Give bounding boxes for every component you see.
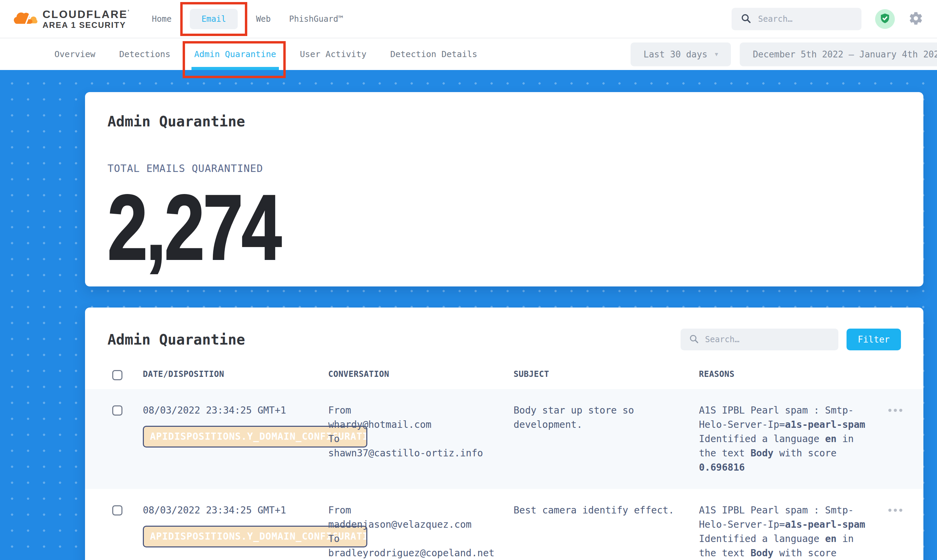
global-search-input[interactable] [758, 14, 853, 24]
filter-button[interactable]: Filter [846, 329, 901, 350]
tab-wrap: Overview [54, 38, 95, 70]
tab-overview[interactable]: Overview [54, 49, 95, 59]
row-checkbox[interactable] [112, 505, 122, 515]
summary-card-title: Admin Quarantine [108, 92, 923, 130]
shield-check-icon [879, 12, 891, 26]
menu-dot-icon [899, 409, 902, 412]
nav-item-wrap: Home [152, 14, 172, 24]
row-subject: Body star up store so development. [514, 403, 699, 475]
select-all-cell [112, 368, 143, 380]
menu-dot-icon [888, 409, 891, 412]
row-menu-cell [871, 503, 923, 560]
date-range-display[interactable]: December 5th 2022 — January 4th 2023 [740, 43, 937, 66]
reason-segment: en [825, 433, 837, 445]
conversation-to-label: To [328, 532, 514, 546]
tab-user-activity[interactable]: User Activity [300, 49, 367, 59]
page: CLOUDFLARE’ AREA 1 SECURITY HomeEmailWeb… [0, 0, 937, 560]
quarantine-card-title: Admin Quarantine [108, 331, 681, 348]
header-right [732, 8, 923, 30]
table-row: 08/03/2022 23:34:25 GMT+1APIDISPOSITIONS… [85, 489, 923, 560]
tab-wrap: Detections [119, 38, 170, 70]
row-reasons: A1S IPBL Pearl spam : Smtp-Helo-Server-I… [699, 403, 871, 475]
protection-status-badge[interactable] [875, 9, 895, 29]
conversation-from-label: From [328, 403, 514, 418]
menu-dot-icon [894, 409, 897, 412]
cloudflare-logo[interactable]: CLOUDFLARE’ AREA 1 SECURITY [12, 9, 130, 29]
nav-item-email[interactable]: Email [190, 9, 238, 29]
trademark-mark: ’ [128, 9, 130, 14]
tab-bar: OverviewDetectionsAdmin QuarantineUser A… [54, 38, 477, 70]
tab-admin-quarantine[interactable]: Admin Quarantine [194, 49, 276, 59]
nav-item-wrap: Email [190, 9, 238, 29]
active-tab-underline [191, 67, 279, 70]
quarantine-card: Admin Quarantine Filter DATE/DISPOS [85, 308, 923, 560]
primary-nav: HomeEmailWebPhishGuard™ [152, 9, 343, 29]
reason-segment: a1s-pearl-spam [785, 419, 865, 430]
search-icon [740, 13, 751, 25]
nav-item-wrap: Web [256, 14, 271, 24]
nav-item-web[interactable]: Web [256, 14, 271, 24]
nav-item-phishguard[interactable]: PhishGuard™ [289, 14, 343, 24]
summary-card: Admin Quarantine TOTAL EMAILS QUARANTINE… [85, 92, 923, 286]
row-date: 08/03/2022 23:34:25 GMT+1 [143, 403, 328, 418]
reason-segment: Identified a language [699, 533, 825, 545]
date-range-text: December 5th 2022 — January 4th 2023 [753, 49, 937, 60]
gear-icon [908, 11, 923, 27]
search-icon [689, 334, 699, 345]
menu-dot-icon [899, 509, 902, 512]
cloudflare-cloud-icon [12, 10, 39, 28]
row-conversation-cell: Frommaddenjason@velazquez.comTobradleyro… [328, 503, 514, 560]
row-date-cell: 08/03/2022 23:34:25 GMT+1APIDISPOSITIONS… [143, 403, 328, 475]
conversation-to-label: To [328, 432, 514, 446]
column-header-date-disposition: DATE/DISPOSITION [143, 369, 328, 379]
date-range-selector-label: Last 30 days [644, 49, 707, 60]
row-menu-button[interactable] [888, 509, 923, 512]
row-date: 08/03/2022 23:34:25 GMT+1 [143, 503, 328, 517]
secondary-nav: OverviewDetectionsAdmin QuarantineUser A… [0, 38, 937, 70]
content-area: Admin Quarantine TOTAL EMAILS QUARANTINE… [0, 70, 937, 560]
tab-wrap: Detection Details [390, 38, 477, 70]
select-all-checkbox[interactable] [112, 370, 122, 380]
table-header-row: DATE/DISPOSITIONCONVERSATIONSUBJECTREASO… [85, 350, 923, 389]
reason-segment: Body [751, 548, 773, 558]
date-range-selector[interactable]: Last 30 days ▼ [631, 43, 731, 66]
subnav-right: Last 30 days ▼ December 5th 2022 — Janua… [631, 43, 937, 66]
menu-dot-icon [888, 509, 891, 512]
global-search[interactable] [732, 8, 861, 30]
reason-segment: Body [751, 448, 773, 459]
settings-button[interactable] [908, 11, 923, 27]
row-conversation-cell: Fromwhardy@hotmail.comToshawn37@castillo… [328, 403, 514, 475]
column-header-conversation: CONVERSATION [328, 369, 514, 379]
brand-subtitle: AREA 1 SECURITY [43, 21, 130, 29]
logo-text: CLOUDFLARE’ AREA 1 SECURITY [43, 9, 130, 29]
quarantine-card-header: Admin Quarantine Filter [85, 308, 923, 350]
row-menu-button[interactable] [888, 409, 923, 412]
reason-segment: 0.696816 [699, 462, 745, 473]
row-date-cell: 08/03/2022 23:34:25 GMT+1APIDISPOSITIONS… [143, 503, 328, 560]
nav-item-wrap: PhishGuard™ [289, 14, 343, 24]
table-row: 08/03/2022 23:34:25 GMT+1APIDISPOSITIONS… [85, 389, 923, 489]
column-header-subject: SUBJECT [514, 369, 699, 379]
metric-label: TOTAL EMAILS QUARANTINED [108, 162, 923, 174]
conversation-to-address: bradleyrodriguez@copeland.net [328, 546, 514, 560]
row-reasons: A1S IPBL Pearl spam : Smtp-Helo-Server-I… [699, 503, 871, 560]
nav-item-home[interactable]: Home [152, 14, 172, 24]
brand-name: CLOUDFLARE’ [43, 9, 130, 20]
reason-segment: Identified a language [699, 433, 825, 445]
tab-wrap: Admin Quarantine [194, 38, 276, 70]
conversation-from-address: maddenjason@velazquez.com [328, 517, 514, 532]
table-body: 08/03/2022 23:34:25 GMT+1APIDISPOSITIONS… [85, 389, 923, 560]
table-search[interactable] [681, 329, 838, 350]
metric-value: 2,274 [108, 181, 744, 274]
top-header: CLOUDFLARE’ AREA 1 SECURITY HomeEmailWeb… [0, 0, 937, 38]
reason-segment: a1s-pearl-spam [785, 519, 865, 530]
conversation-to-address: shawn37@castillo-ortiz.info [328, 446, 514, 460]
conversation-from-label: From [328, 503, 514, 517]
row-checkbox[interactable] [112, 405, 122, 415]
row-subject: Best camera identify effect. [514, 503, 699, 560]
tab-detections[interactable]: Detections [119, 49, 170, 59]
row-select-cell [112, 503, 143, 560]
tab-detection-details[interactable]: Detection Details [390, 49, 477, 59]
row-menu-cell [871, 403, 923, 475]
table-search-input[interactable] [704, 334, 830, 345]
